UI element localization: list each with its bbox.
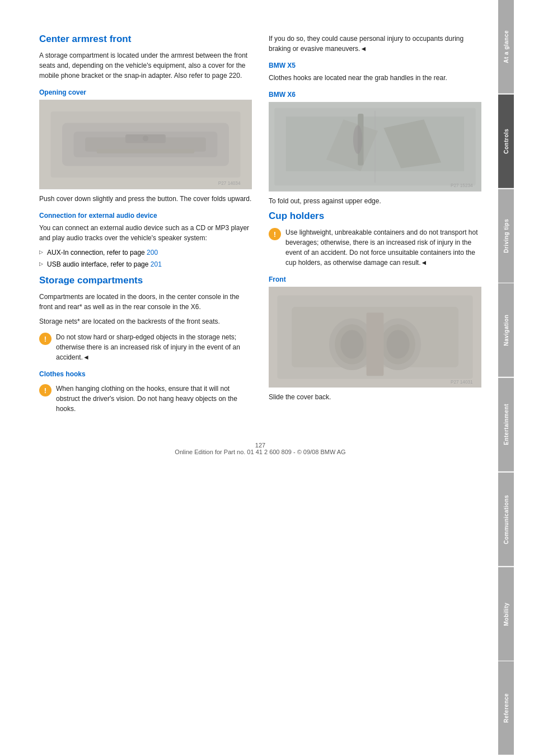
clothes-hooks-warning-text: When hanging clothing on the hooks, ensu… (56, 384, 252, 414)
sidebar-tab-entertainment[interactable]: Entertainment (498, 378, 514, 472)
connection-subtitle: Connection for external audio device (39, 212, 252, 220)
clothes-hooks-warning-box: ! When hanging clothing on the hooks, en… (39, 384, 252, 414)
storage-compartments-intro: Compartments are located in the doors, i… (39, 292, 252, 312)
sidebar-tab-navigation[interactable]: Navigation (498, 283, 514, 377)
svg-point-25 (340, 330, 363, 358)
svg-rect-27 (367, 312, 384, 376)
storage-warning-box: ! Do not stow hard or sharp-edged object… (39, 332, 252, 362)
clothes-hooks-subtitle: Clothes hooks (39, 370, 252, 378)
opening-cover-image: P27 14034 (39, 100, 252, 189)
bmw-x5-subtitle: BMW X5 (269, 62, 481, 69)
bmw-x6-caption: To fold out, press against upper edge. (269, 196, 481, 206)
svg-rect-7 (97, 149, 195, 153)
sidebar-tab-controls[interactable]: Controls (498, 95, 514, 188)
bmw-x6-image: P27 15234 (269, 102, 481, 192)
connection-item-2: USB audio interface, refer to page 201 (39, 259, 252, 269)
cup-holders-front-subtitle: Front (269, 276, 481, 283)
bmw-x6-subtitle: BMW X6 (269, 91, 481, 99)
sidebar-tab-at-a-glance[interactable]: At a glance (498, 0, 514, 94)
center-armrest-intro: A storage compartment is located under t… (39, 50, 252, 81)
sidebar-tab-driving-tips[interactable]: Driving tips (498, 189, 514, 283)
cup-holders-warning-text: Use lightweight, unbreakable containers … (285, 227, 481, 268)
svg-point-6 (143, 136, 148, 141)
svg-text:P27 15234: P27 15234 (451, 183, 473, 188)
bmw-x5-text: Clothes hooks are located near the grab … (269, 73, 481, 83)
cup-holders-warning-box: ! Use lightweight, unbreakable container… (269, 227, 481, 268)
sidebar: At a glance Controls Driving tips Naviga… (498, 0, 514, 756)
connection-list: AUX-In connection, refer to page 200 USB… (39, 248, 252, 269)
warning-icon-1: ! (39, 333, 51, 345)
sidebar-tab-communications[interactable]: Communications (498, 473, 514, 566)
storage-warning-text: Do not stow hard or sharp-edged objects … (56, 332, 252, 362)
page-number: 127 (39, 442, 481, 449)
cup-holders-front-image: P27 14031 (269, 287, 481, 388)
injury-warning-text: If you do so, they could cause personal … (269, 34, 481, 54)
svg-text:P27 14034: P27 14034 (218, 181, 241, 186)
copyright-text: Online Edition for Part no. 01 41 2 600 … (39, 449, 481, 455)
warning-icon-3: ! (269, 228, 281, 240)
storage-nets-text: Storage nets* are located on the backres… (39, 316, 252, 326)
cup-holders-title: Cup holders (269, 211, 481, 222)
cup-holders-front-caption: Slide the cover back. (269, 392, 481, 402)
connection-item-1: AUX-In connection, refer to page 200 (39, 248, 252, 258)
svg-point-26 (387, 330, 410, 358)
sidebar-tab-reference[interactable]: Reference (498, 661, 514, 755)
storage-compartments-title: Storage compartments (39, 275, 252, 286)
opening-cover-subtitle: Opening cover (39, 88, 252, 96)
center-armrest-title: Center armrest front (39, 34, 252, 45)
svg-point-16 (353, 125, 362, 153)
opening-cover-caption: Push cover down slightly and press the b… (39, 194, 252, 204)
sidebar-tab-mobility[interactable]: Mobility (498, 567, 514, 661)
warning-icon-2: ! (39, 384, 51, 396)
svg-text:P27 14031: P27 14031 (451, 380, 473, 385)
page-footer: 127 Online Edition for Part no. 01 41 2 … (39, 436, 481, 455)
connection-intro: You can connect an external audio device… (39, 223, 252, 243)
